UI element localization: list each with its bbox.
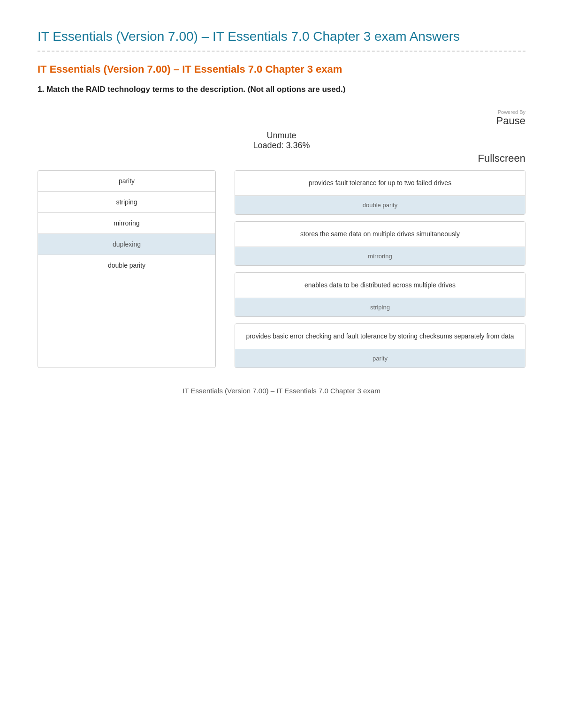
right-box-3: provides basic error checking and fault … [235, 323, 525, 368]
page-title: IT Essentials (Version 7.00) – IT Essent… [38, 28, 525, 45]
left-item-parity: parity [38, 171, 215, 192]
right-answer-2: striping [235, 298, 525, 316]
question-text: 1. Match the RAID technology terms to th… [38, 84, 525, 95]
right-answer-0: double parity [235, 195, 525, 214]
right-box-1: stores the same data on multiple drives … [235, 221, 525, 266]
loaded-label: Loaded: 3.36% [38, 141, 525, 150]
left-item-mirroring: mirroring [38, 213, 215, 234]
left-item-striping: striping [38, 192, 215, 213]
fullscreen-button[interactable]: Fullscreen [38, 152, 525, 165]
right-answer-1: mirroring [235, 247, 525, 265]
right-description-2: enables data to be distributed across mu… [235, 273, 525, 298]
right-description-3: provides basic error checking and fault … [235, 324, 525, 349]
powered-by-label: Powered By [498, 109, 525, 115]
pause-button[interactable]: Pause [496, 115, 525, 127]
media-controls: Powered By Pause [38, 109, 525, 127]
title-divider [38, 51, 525, 52]
right-description-0: provides fault tolerance for up to two f… [235, 171, 525, 195]
right-description-1: stores the same data on multiple drives … [235, 222, 525, 247]
left-column: paritystripingmirroringduplexingdouble p… [38, 170, 216, 368]
left-item-double-parity: double parity [38, 255, 215, 276]
right-box-2: enables data to be distributed across mu… [235, 272, 525, 317]
right-column: provides fault tolerance for up to two f… [235, 170, 525, 368]
section-title: IT Essentials (Version 7.00) – IT Essent… [38, 63, 525, 76]
footer-text: IT Essentials (Version 7.00) – IT Essent… [38, 387, 525, 395]
right-box-0: provides fault tolerance for up to two f… [235, 170, 525, 215]
unmute-loaded-area: Unmute Loaded: 3.36% [38, 131, 525, 150]
right-answer-3: parity [235, 349, 525, 368]
matching-container: paritystripingmirroringduplexingdouble p… [38, 170, 525, 368]
unmute-label[interactable]: Unmute [38, 131, 525, 141]
left-item-duplexing: duplexing [38, 234, 215, 255]
